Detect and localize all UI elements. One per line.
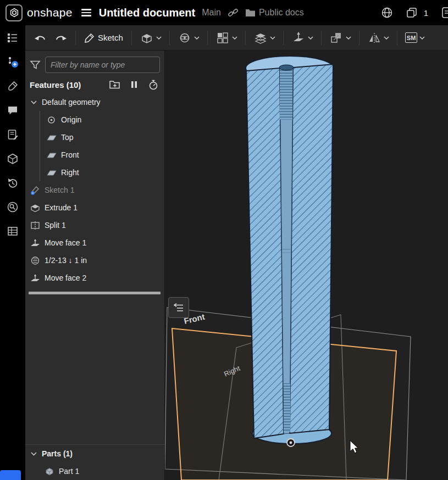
menu-icon[interactable]: [81, 9, 91, 16]
features-title: Features (10): [30, 80, 81, 90]
undo-button[interactable]: [31, 30, 49, 46]
versions-icon[interactable]: [6, 177, 19, 189]
mirror-tool-button[interactable]: [364, 29, 392, 47]
branch-name[interactable]: Main: [202, 8, 221, 18]
move-face-feature-icon: [30, 238, 40, 248]
feature-item-origin[interactable]: Origin: [40, 111, 164, 129]
filter-funnel-icon[interactable]: [30, 60, 41, 70]
chevron-down-icon[interactable]: [384, 36, 389, 40]
feature-list-icon[interactable]: [6, 32, 19, 44]
origin-marker[interactable]: [287, 439, 295, 446]
chevron-down-icon[interactable]: [30, 101, 37, 104]
hole-feature-icon: [30, 256, 40, 265]
chevron-down-icon[interactable]: [30, 452, 37, 456]
split-feature-icon: [30, 221, 40, 230]
extrude-tool-button[interactable]: [137, 29, 164, 47]
mirror-icon: [367, 31, 381, 45]
chevron-down-icon[interactable]: [308, 36, 313, 40]
comments-icon[interactable]: [6, 104, 19, 116]
appearance-brush-icon[interactable]: [6, 80, 19, 92]
move-face-feature-icon: [30, 274, 40, 283]
move-face-tool-button[interactable]: [289, 29, 316, 47]
suspend-pause-icon[interactable]: [129, 79, 140, 90]
feature-item-extrude-1[interactable]: Extrude 1: [25, 199, 164, 216]
boolean-icon: [253, 31, 268, 45]
chevron-down-icon[interactable]: [419, 36, 425, 40]
folder-icon: [245, 8, 256, 17]
part-1-model[interactable]: [246, 56, 334, 444]
parts-section: Parts (1) Part 1: [25, 444, 164, 480]
filter-input[interactable]: [45, 57, 160, 73]
onshape-app: onshape Untitled document Main Public do…: [0, 0, 448, 480]
toolbar-separator: [169, 31, 170, 45]
threads-bottom: [284, 383, 290, 432]
stopwatch-icon[interactable]: [148, 79, 159, 90]
hole-top-opening: [279, 65, 294, 70]
insert-icon[interactable]: [6, 56, 19, 68]
boolean-tool-button[interactable]: [251, 29, 278, 47]
document-location[interactable]: Public docs: [259, 8, 304, 18]
part-label: Part 1: [59, 467, 79, 476]
notes-icon[interactable]: [6, 129, 19, 141]
feature-item-split-1[interactable]: Split 1: [25, 216, 164, 234]
toolbar-separator: [245, 31, 246, 45]
learn-cube-icon[interactable]: [6, 153, 19, 165]
feature-item-front[interactable]: Front: [40, 146, 164, 164]
clipboard-icon[interactable]: [441, 7, 448, 19]
feature-label: Move face 2: [45, 274, 86, 282]
feature-item-tapped-hole[interactable]: 1/2-13 ↓ 1 in: [25, 252, 164, 269]
tree-empty-space: [25, 295, 164, 444]
feature-item-move-face-1[interactable]: Move face 1: [25, 234, 164, 252]
feature-label: Split 1: [45, 221, 66, 230]
redo-button[interactable]: [52, 30, 70, 46]
toolbar-separator: [359, 31, 359, 45]
feature-item-right[interactable]: Right: [40, 164, 164, 181]
plane-icon: [46, 169, 57, 177]
sheet-metal-tool-button[interactable]: SM: [402, 30, 428, 45]
pattern-icon: [215, 31, 230, 45]
part-item-part-1[interactable]: Part 1: [40, 462, 164, 480]
sketch-icon: [30, 186, 40, 195]
chevron-down-icon[interactable]: [346, 36, 351, 40]
section-face-right: [290, 64, 333, 433]
chevron-down-icon[interactable]: [232, 36, 237, 40]
feature-label: Origin: [61, 115, 81, 124]
document-title[interactable]: Untitled document: [99, 7, 196, 19]
link-icon[interactable]: [228, 7, 239, 18]
3d-scene[interactable]: Front Right: [165, 51, 448, 480]
chevron-down-icon[interactable]: [194, 36, 200, 40]
transform-tool-button[interactable]: [327, 29, 354, 47]
bom-table-icon[interactable]: [6, 225, 19, 237]
globe-icon[interactable]: [381, 7, 393, 19]
rollback-list-icon: [173, 302, 185, 313]
feature-label: Sketch 1: [45, 186, 74, 194]
sketch-button[interactable]: Sketch: [81, 30, 126, 46]
chevron-down-icon[interactable]: [270, 36, 275, 40]
toolbar-separator: [321, 31, 322, 45]
feature-item-sketch-1[interactable]: Sketch 1: [25, 181, 164, 199]
brand-text: onshape: [27, 6, 73, 19]
feature-list-flyout-button[interactable]: [168, 297, 189, 318]
extrude-feature-icon: [30, 203, 40, 213]
parts-header-row[interactable]: Parts (1): [25, 445, 164, 462]
feature-item-move-face-2[interactable]: Move face 2: [25, 269, 164, 287]
default-geometry-children: Origin Top Front Right: [40, 111, 164, 181]
copy-workspace-icon[interactable]: [406, 7, 417, 18]
filter-row: [25, 51, 164, 78]
parts-title: Parts (1): [42, 449, 73, 458]
rollback-bar[interactable]: [29, 292, 161, 294]
graphics-viewport[interactable]: Front Right: [165, 51, 448, 480]
feature-item-top[interactable]: Top: [40, 129, 164, 146]
feature-label: Default geometry: [42, 98, 101, 107]
onshape-logo-icon[interactable]: [5, 4, 23, 21]
search-icon[interactable]: [6, 201, 19, 213]
help-chat-button[interactable]: [0, 470, 21, 480]
top-bar: onshape Untitled document Main Public do…: [0, 0, 448, 25]
new-folder-icon[interactable]: [109, 79, 120, 90]
feature-item-default-geometry[interactable]: Default geometry: [25, 93, 164, 111]
revolve-tool-button[interactable]: [175, 29, 202, 47]
pattern-tool-button[interactable]: [213, 29, 240, 47]
topbar-right-cluster: 1: [374, 7, 448, 19]
transform-icon: [329, 31, 344, 45]
chevron-down-icon[interactable]: [156, 36, 162, 40]
